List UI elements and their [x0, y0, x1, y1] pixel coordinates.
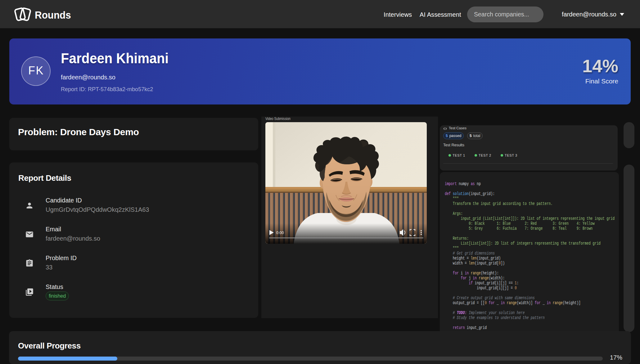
- svg-text:0:00: 0:00: [276, 231, 284, 235]
